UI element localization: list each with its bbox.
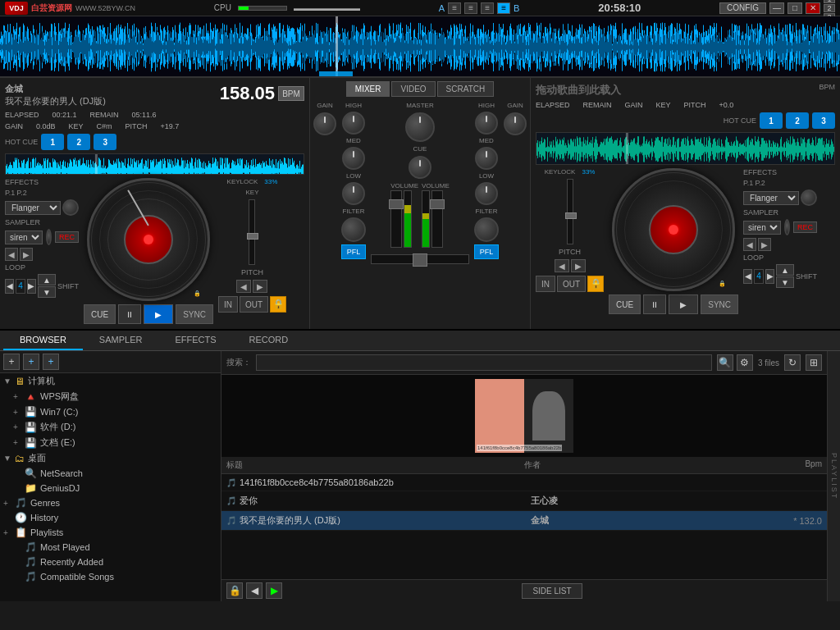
eq-btn-3[interactable]: ≡ [481,2,494,14]
left-pitch-track[interactable] [249,199,255,265]
sidebar-item-geniusdj[interactable]: 📁 GeniusDJ [0,481,221,495]
left-out-button[interactable]: OUT [240,296,268,313]
left-loop-nav-dn[interactable]: ▼ [38,286,56,298]
right-loop-nav-up[interactable]: ▲ [776,264,794,276]
mixer-fader-left-thumb[interactable] [389,199,404,209]
playlist-sidebar[interactable]: PLAYLIST [827,351,840,601]
sidebar-add-item-button[interactable]: + [23,354,39,370]
right-nav-next[interactable]: ▶ [758,238,771,251]
maximize-button[interactable]: □ [788,2,802,14]
sidebar-item-wps[interactable]: + 🔺 WPS网盘 [0,389,221,404]
mixer-med-left-knob[interactable] [342,147,365,170]
right-pause-button[interactable]: ⏸ [643,294,666,314]
left-pitch-thumb[interactable] [247,233,258,240]
left-pause-button[interactable]: ⏸ [118,304,141,324]
mixer-med-right-knob[interactable] [475,147,498,170]
right-effect-knob[interactable] [801,189,817,206]
sidebar-item-desktop[interactable]: ▼ 🗂 桌面 [0,450,221,466]
right-nav-prev[interactable]: ◀ [743,238,756,251]
left-waveform-mini[interactable] [5,153,304,175]
left-rec-button[interactable]: REC [55,231,79,243]
crossfader-track[interactable] [371,254,469,264]
eq-btn-4[interactable]: ≡ [497,2,510,14]
waveform-area[interactable]: // Generated inline via JS below [0,16,840,78]
left-play-button[interactable]: ▶ [144,304,173,324]
left-bpm-label[interactable]: BPM [278,86,304,101]
right-rec-button[interactable]: REC [793,221,817,233]
right-lock-button[interactable]: 🔒 [587,276,604,292]
crossfader-thumb[interactable] [413,253,427,267]
left-nav-prev[interactable]: ◀ [5,248,18,261]
left-effect-select[interactable]: Flanger [5,201,61,215]
mixer-low-left-knob[interactable] [342,182,365,205]
browser-tab-browser[interactable]: BROWSER [3,331,83,350]
sidebar-add-button[interactable]: + [3,354,20,370]
search-icon-btn[interactable]: 🔍 [717,354,733,371]
sidebar-item-genres[interactable]: + 🎵 Genres [0,495,221,510]
track-row-1[interactable]: 🎵 爱你 王心凌 [221,491,827,511]
sidebar-item-software[interactable]: + 💾 软件 (D:) [0,419,221,435]
bottom-back-btn[interactable]: ◀ [246,582,262,599]
refresh-icon-btn[interactable]: ↻ [784,354,801,371]
right-loop-inc[interactable]: ▶ [765,269,774,284]
mixer-filter-right-knob[interactable] [474,217,499,242]
mixer-fader-left-track[interactable] [390,190,402,248]
left-sampler-knob[interactable] [46,229,52,245]
right-play-button[interactable]: ▶ [669,294,698,314]
right-cue-button[interactable]: CUE [609,294,641,314]
mixer-low-right-knob[interactable] [475,182,498,205]
track-row-0[interactable]: 🎵 141f61f8b0cce8c4b7755a80186ab22b [221,474,827,491]
left-sampler-select[interactable]: siren [5,231,43,244]
right-hotcue-1[interactable]: 1 [760,112,783,129]
right-sync-button[interactable]: SYNC [701,294,738,314]
browser-tab-record[interactable]: RECORD [233,331,305,350]
sidebar-add-item2-button[interactable]: + [43,354,59,370]
left-nav-next[interactable]: ▶ [20,248,33,261]
track-row-2[interactable]: 🎵 我不是你要的男人 (DJ版) 金城 * 132.0 [221,511,827,531]
sidebar-item-playlists[interactable]: + 📋 Playlists [0,525,221,540]
right-pitch-inc[interactable]: ▶ [571,259,586,272]
screen-1[interactable]: 1 [824,0,835,3]
mixer-pfl-left[interactable]: PFL [341,244,366,259]
bottom-lock-btn[interactable]: 🔒 [226,582,243,599]
left-lock-button[interactable]: 🔒 [270,296,286,313]
right-waveform-mini[interactable] [536,132,835,165]
mixer-gain-left-knob[interactable] [313,112,336,135]
mixer-fader-right-track[interactable] [431,190,443,248]
mixer-master-knob[interactable] [405,112,435,142]
left-effect-knob[interactable] [62,199,79,216]
left-loop-nav-up[interactable]: ▲ [38,274,56,285]
left-in-button[interactable]: IN [218,296,238,313]
left-hotcue-3[interactable]: 3 [94,134,116,150]
eq-btn-2[interactable]: ≡ [464,2,477,14]
mixer-pfl-right[interactable]: PFL [474,244,499,259]
browser-tab-effects[interactable]: EFFECTS [158,331,232,350]
right-in-button[interactable]: IN [536,276,555,292]
sidebar-item-compatible[interactable]: 🎵 Compatible Songs [0,569,221,584]
right-loop-dec[interactable]: ◀ [743,269,752,284]
left-cue-button[interactable]: CUE [84,304,116,324]
eq-btn-1[interactable]: ≡ [448,2,461,14]
left-sync-button[interactable]: SYNC [176,304,213,324]
left-loop-inc[interactable]: ▶ [27,279,36,294]
right-sampler-select[interactable]: siren [743,221,781,235]
right-pitch-track[interactable] [567,179,573,244]
left-hotcue-1[interactable]: 1 [41,134,64,150]
mixer-high-right-knob[interactable] [475,112,498,135]
right-effect-select[interactable]: Flanger [743,191,799,205]
bottom-forward-btn[interactable]: ▶ [266,582,282,599]
sidebar-item-computer[interactable]: ▼ 🖥 计算机 [0,373,221,389]
side-list-button[interactable]: SIDE LIST [522,583,582,599]
right-pitch-dec[interactable]: ◀ [555,259,569,272]
right-hotcue-3[interactable]: 3 [812,112,835,129]
left-hotcue-2[interactable]: 2 [67,134,90,150]
config-icon-btn[interactable]: ⚙ [737,354,753,371]
mixer-tab-mixer[interactable]: MIXER [346,81,390,97]
right-hotcue-2[interactable]: 2 [786,112,809,129]
mixer-filter-left-knob[interactable] [341,217,366,242]
sidebar-item-docs[interactable]: + 💾 文档 (E:) [0,435,221,450]
sidebar-item-recently-added[interactable]: 🎵 Recently Added [0,555,221,569]
left-loop-dec[interactable]: ◀ [5,279,14,294]
right-pitch-thumb[interactable] [565,212,577,219]
mixer-gain-right-knob[interactable] [504,112,527,135]
